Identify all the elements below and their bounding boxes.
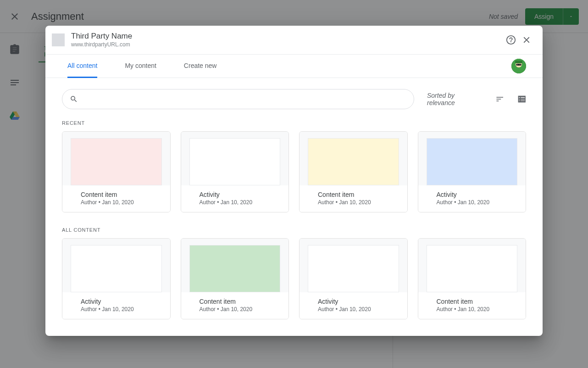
content-card[interactable]: ActivityAuthor • Jan 10, 2020 — [299, 238, 408, 319]
tab-my-content[interactable]: My content — [125, 55, 156, 78]
card-preview — [300, 132, 407, 185]
tab-create-new[interactable]: Create new — [184, 55, 217, 78]
card-title: Content item — [318, 191, 389, 198]
card-info: Content itemAuthor • Jan 10, 2020 — [300, 185, 407, 212]
card-meta: Author • Jan 10, 2020 — [437, 199, 508, 206]
card-title: Activity — [81, 298, 152, 305]
card-title: Content item — [200, 298, 271, 305]
card-info: Content itemAuthor • Jan 10, 2020 — [181, 292, 289, 319]
card-title: Content item — [437, 298, 508, 305]
modal-overlay: Third Party Name www.thirdpartyURL.com A… — [0, 0, 588, 368]
card-info: ActivityAuthor • Jan 10, 2020 — [62, 292, 170, 319]
card-preview — [181, 239, 289, 292]
modal-url: www.thirdpartyURL.com — [71, 41, 500, 49]
modal-title-wrap: Third Party Name www.thirdpartyURL.com — [71, 31, 500, 49]
card-thumbnail — [427, 138, 518, 185]
content-card[interactable]: ActivityAuthor • Jan 10, 2020 — [418, 131, 527, 212]
svg-point-5 — [519, 64, 521, 66]
content-picker-modal: Third Party Name www.thirdpartyURL.com A… — [45, 26, 543, 336]
content-card[interactable]: Content itemAuthor • Jan 10, 2020 — [62, 131, 171, 212]
card-thumbnail — [308, 245, 399, 292]
search-row: Sorted by relevance — [62, 89, 526, 109]
card-thumbnail — [427, 245, 518, 292]
card-title: Activity — [437, 191, 508, 198]
card-info: ActivityAuthor • Jan 10, 2020 — [418, 185, 526, 212]
card-meta: Author • Jan 10, 2020 — [437, 306, 508, 312]
all-cards: ActivityAuthor • Jan 10, 2020Content ite… — [62, 238, 526, 319]
third-party-logo — [52, 33, 65, 46]
card-preview — [181, 132, 289, 185]
card-meta: Author • Jan 10, 2020 — [318, 306, 389, 312]
card-title: Content item — [81, 191, 152, 198]
recent-cards: Content itemAuthor • Jan 10, 2020Activit… — [62, 131, 526, 212]
search-icon — [70, 95, 78, 103]
card-thumbnail — [189, 245, 281, 292]
svg-rect-2 — [515, 61, 522, 63]
card-info: ActivityAuthor • Jan 10, 2020 — [181, 185, 289, 212]
content-card[interactable]: Content itemAuthor • Jan 10, 2020 — [299, 131, 408, 212]
sort-label: Sorted by relevance — [427, 92, 483, 106]
all-section-header: ALL CONTENT — [62, 227, 526, 233]
content-card[interactable]: Content itemAuthor • Jan 10, 2020 — [418, 238, 527, 319]
close-icon[interactable] — [521, 35, 532, 45]
card-title: Activity — [200, 191, 271, 198]
card-preview — [62, 239, 170, 292]
card-preview — [62, 132, 170, 185]
modal-body: Sorted by relevance RECENT Content itemA… — [45, 78, 543, 336]
tab-all-content[interactable]: All content — [67, 55, 97, 78]
search-wrap — [62, 89, 414, 109]
card-info: Content itemAuthor • Jan 10, 2020 — [62, 185, 170, 212]
content-card[interactable]: Content itemAuthor • Jan 10, 2020 — [181, 238, 289, 319]
card-meta: Author • Jan 10, 2020 — [318, 199, 389, 206]
avatar[interactable] — [511, 59, 526, 73]
card-title: Activity — [318, 298, 389, 305]
content-card[interactable]: ActivityAuthor • Jan 10, 2020 — [181, 131, 289, 212]
help-icon[interactable] — [506, 35, 516, 45]
card-info: Content itemAuthor • Jan 10, 2020 — [418, 292, 526, 319]
sort-icon[interactable] — [495, 95, 504, 104]
card-thumbnail — [71, 138, 162, 185]
card-preview — [418, 239, 526, 292]
list-view-icon[interactable] — [517, 95, 526, 104]
modal-tabs: All content My content Create new — [45, 55, 543, 78]
modal-title: Third Party Name — [71, 31, 500, 41]
card-thumbnail — [189, 138, 281, 185]
card-meta: Author • Jan 10, 2020 — [200, 306, 271, 312]
search-input[interactable] — [83, 95, 406, 103]
card-meta: Author • Jan 10, 2020 — [81, 199, 152, 206]
card-meta: Author • Jan 10, 2020 — [81, 306, 152, 312]
card-preview — [300, 239, 407, 292]
card-thumbnail — [71, 245, 162, 292]
recent-section-header: RECENT — [62, 120, 526, 126]
card-info: ActivityAuthor • Jan 10, 2020 — [300, 292, 407, 319]
svg-point-4 — [516, 64, 518, 66]
card-meta: Author • Jan 10, 2020 — [200, 199, 271, 206]
card-preview — [418, 132, 526, 185]
card-thumbnail — [308, 138, 399, 185]
content-card[interactable]: ActivityAuthor • Jan 10, 2020 — [62, 238, 171, 319]
modal-header: Third Party Name www.thirdpartyURL.com — [45, 26, 543, 55]
